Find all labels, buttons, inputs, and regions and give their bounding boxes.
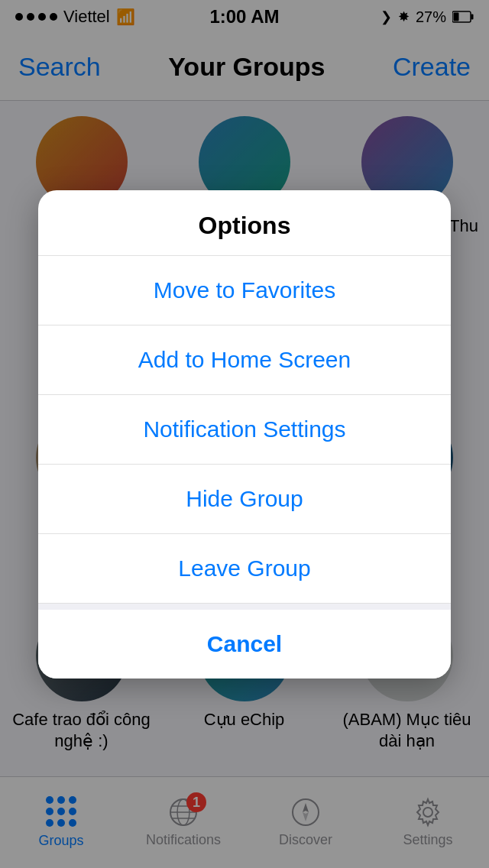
leave-group-label: Leave Group: [178, 555, 310, 581]
notification-settings-option[interactable]: Notification Settings: [38, 395, 451, 465]
move-favorites-label: Move to Favorites: [154, 277, 335, 303]
modal-overlay[interactable]: Options Move to Favorites Add to Home Sc…: [0, 0, 489, 868]
add-home-screen-option[interactable]: Add to Home Screen: [38, 326, 451, 395]
hide-group-option[interactable]: Hide Group: [38, 465, 451, 534]
cancel-option[interactable]: Cancel: [38, 604, 451, 679]
leave-group-option[interactable]: Leave Group: [38, 534, 451, 604]
hide-group-label: Hide Group: [186, 486, 303, 511]
add-home-screen-label: Add to Home Screen: [138, 347, 351, 372]
modal-title-row: Options: [38, 190, 451, 256]
options-modal: Options Move to Favorites Add to Home Sc…: [38, 190, 451, 679]
notification-settings-label: Notification Settings: [143, 416, 345, 442]
modal-title: Options: [199, 212, 291, 239]
cancel-label: Cancel: [207, 631, 282, 656]
move-favorites-option[interactable]: Move to Favorites: [38, 256, 451, 326]
